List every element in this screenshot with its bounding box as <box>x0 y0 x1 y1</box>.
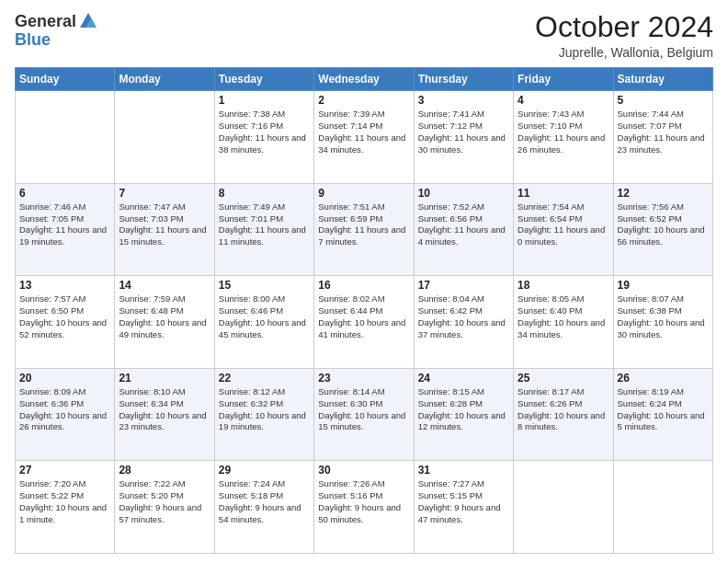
day-number: 6 <box>19 187 110 200</box>
day-number: 1 <box>219 94 310 107</box>
page: General Blue October 2024 Juprelle, Wall… <box>0 0 728 563</box>
table-row <box>514 461 613 554</box>
day-number: 9 <box>318 187 409 200</box>
day-info: Sunrise: 8:07 AM Sunset: 6:38 PM Dayligh… <box>618 293 709 340</box>
table-row: 21Sunrise: 8:10 AM Sunset: 6:34 PM Dayli… <box>115 368 214 461</box>
day-number: 20 <box>19 372 110 385</box>
table-row: 5Sunrise: 7:44 AM Sunset: 7:07 PM Daylig… <box>613 91 712 184</box>
day-number: 28 <box>119 464 210 477</box>
day-info: Sunrise: 7:27 AM Sunset: 5:15 PM Dayligh… <box>418 478 509 525</box>
day-number: 24 <box>418 372 509 385</box>
day-info: Sunrise: 8:05 AM Sunset: 6:40 PM Dayligh… <box>518 293 609 340</box>
day-info: Sunrise: 7:20 AM Sunset: 5:22 PM Dayligh… <box>19 478 110 525</box>
table-row: 7Sunrise: 7:47 AM Sunset: 7:03 PM Daylig… <box>115 183 214 276</box>
day-info: Sunrise: 8:10 AM Sunset: 6:34 PM Dayligh… <box>119 386 210 433</box>
table-row: 23Sunrise: 8:14 AM Sunset: 6:30 PM Dayli… <box>314 368 414 461</box>
day-info: Sunrise: 7:24 AM Sunset: 5:18 PM Dayligh… <box>219 478 310 525</box>
day-number: 21 <box>119 372 210 385</box>
header-sunday: Sunday <box>16 68 115 91</box>
header-monday: Monday <box>115 68 214 91</box>
day-number: 30 <box>318 464 409 477</box>
month-title: October 2024 <box>535 11 713 43</box>
day-number: 7 <box>119 187 210 200</box>
calendar-week-3: 13Sunrise: 7:57 AM Sunset: 6:50 PM Dayli… <box>16 276 713 369</box>
day-number: 22 <box>219 372 310 385</box>
table-row: 1Sunrise: 7:38 AM Sunset: 7:16 PM Daylig… <box>214 91 313 184</box>
day-number: 16 <box>318 279 409 292</box>
table-row: 29Sunrise: 7:24 AM Sunset: 5:18 PM Dayli… <box>214 461 313 554</box>
day-info: Sunrise: 7:39 AM Sunset: 7:14 PM Dayligh… <box>318 109 409 155</box>
header-tuesday: Tuesday <box>214 68 313 91</box>
table-row <box>115 91 214 184</box>
day-number: 8 <box>219 187 310 200</box>
day-number: 29 <box>219 464 310 477</box>
day-info: Sunrise: 7:38 AM Sunset: 7:16 PM Dayligh… <box>219 109 310 155</box>
table-row: 8Sunrise: 7:49 AM Sunset: 7:01 PM Daylig… <box>214 183 313 276</box>
table-row: 11Sunrise: 7:54 AM Sunset: 6:54 PM Dayli… <box>514 183 613 276</box>
day-number: 25 <box>518 372 609 385</box>
day-info: Sunrise: 7:59 AM Sunset: 6:48 PM Dayligh… <box>119 293 210 340</box>
day-number: 26 <box>618 372 709 385</box>
table-row: 19Sunrise: 8:07 AM Sunset: 6:38 PM Dayli… <box>613 276 712 369</box>
day-number: 17 <box>418 279 509 292</box>
header-friday: Friday <box>514 68 613 91</box>
day-info: Sunrise: 7:54 AM Sunset: 6:54 PM Dayligh… <box>518 201 609 248</box>
day-number: 12 <box>618 187 709 200</box>
table-row: 24Sunrise: 8:15 AM Sunset: 6:28 PM Dayli… <box>414 368 513 461</box>
day-info: Sunrise: 8:12 AM Sunset: 6:32 PM Dayligh… <box>219 386 310 433</box>
calendar-week-5: 27Sunrise: 7:20 AM Sunset: 5:22 PM Dayli… <box>16 461 713 554</box>
table-row: 3Sunrise: 7:41 AM Sunset: 7:12 PM Daylig… <box>414 91 513 184</box>
location-title: Juprelle, Wallonia, Belgium <box>535 45 713 60</box>
table-row: 10Sunrise: 7:52 AM Sunset: 6:56 PM Dayli… <box>414 183 513 276</box>
table-row: 30Sunrise: 7:26 AM Sunset: 5:16 PM Dayli… <box>314 461 414 554</box>
day-info: Sunrise: 8:19 AM Sunset: 6:24 PM Dayligh… <box>618 386 709 433</box>
header-wednesday: Wednesday <box>314 68 414 91</box>
table-row: 9Sunrise: 7:51 AM Sunset: 6:59 PM Daylig… <box>314 183 414 276</box>
day-number: 10 <box>418 187 509 200</box>
table-row: 28Sunrise: 7:22 AM Sunset: 5:20 PM Dayli… <box>115 461 214 554</box>
day-number: 27 <box>19 464 110 477</box>
day-info: Sunrise: 8:02 AM Sunset: 6:44 PM Dayligh… <box>318 293 409 340</box>
logo-icon <box>78 11 98 31</box>
calendar-table: Sunday Monday Tuesday Wednesday Thursday… <box>15 67 713 554</box>
table-row: 26Sunrise: 8:19 AM Sunset: 6:24 PM Dayli… <box>613 368 712 461</box>
day-info: Sunrise: 8:15 AM Sunset: 6:28 PM Dayligh… <box>418 386 509 433</box>
day-info: Sunrise: 7:52 AM Sunset: 6:56 PM Dayligh… <box>418 201 509 248</box>
table-row: 22Sunrise: 8:12 AM Sunset: 6:32 PM Dayli… <box>214 368 313 461</box>
logo-general: General <box>15 13 76 29</box>
day-number: 13 <box>19 279 110 292</box>
header-thursday: Thursday <box>414 68 513 91</box>
day-info: Sunrise: 8:14 AM Sunset: 6:30 PM Dayligh… <box>318 386 409 433</box>
table-row: 25Sunrise: 8:17 AM Sunset: 6:26 PM Dayli… <box>514 368 613 461</box>
day-number: 4 <box>518 94 609 107</box>
title-area: October 2024 Juprelle, Wallonia, Belgium <box>535 11 713 60</box>
calendar-header-row: Sunday Monday Tuesday Wednesday Thursday… <box>16 68 713 91</box>
day-number: 18 <box>518 279 609 292</box>
day-info: Sunrise: 8:17 AM Sunset: 6:26 PM Dayligh… <box>518 386 609 433</box>
day-number: 31 <box>418 464 509 477</box>
table-row: 12Sunrise: 7:56 AM Sunset: 6:52 PM Dayli… <box>613 183 712 276</box>
logo: General Blue <box>15 11 98 48</box>
table-row: 15Sunrise: 8:00 AM Sunset: 6:46 PM Dayli… <box>214 276 313 369</box>
table-row <box>613 461 712 554</box>
table-row: 20Sunrise: 8:09 AM Sunset: 6:36 PM Dayli… <box>16 368 115 461</box>
day-number: 19 <box>618 279 709 292</box>
header: General Blue October 2024 Juprelle, Wall… <box>15 11 713 60</box>
day-info: Sunrise: 7:51 AM Sunset: 6:59 PM Dayligh… <box>318 201 409 248</box>
table-row: 14Sunrise: 7:59 AM Sunset: 6:48 PM Dayli… <box>115 276 214 369</box>
day-info: Sunrise: 8:00 AM Sunset: 6:46 PM Dayligh… <box>219 293 310 340</box>
table-row: 2Sunrise: 7:39 AM Sunset: 7:14 PM Daylig… <box>314 91 414 184</box>
day-number: 11 <box>518 187 609 200</box>
table-row: 31Sunrise: 7:27 AM Sunset: 5:15 PM Dayli… <box>414 461 513 554</box>
day-info: Sunrise: 8:09 AM Sunset: 6:36 PM Dayligh… <box>19 386 110 433</box>
day-info: Sunrise: 7:57 AM Sunset: 6:50 PM Dayligh… <box>19 293 110 340</box>
calendar-week-2: 6Sunrise: 7:46 AM Sunset: 7:05 PM Daylig… <box>16 183 713 276</box>
day-info: Sunrise: 7:26 AM Sunset: 5:16 PM Dayligh… <box>318 478 409 525</box>
day-number: 3 <box>418 94 509 107</box>
table-row: 6Sunrise: 7:46 AM Sunset: 7:05 PM Daylig… <box>16 183 115 276</box>
day-info: Sunrise: 7:22 AM Sunset: 5:20 PM Dayligh… <box>119 478 210 525</box>
day-info: Sunrise: 7:43 AM Sunset: 7:10 PM Dayligh… <box>518 109 609 155</box>
day-info: Sunrise: 7:47 AM Sunset: 7:03 PM Dayligh… <box>119 201 210 248</box>
calendar-week-4: 20Sunrise: 8:09 AM Sunset: 6:36 PM Dayli… <box>16 368 713 461</box>
day-info: Sunrise: 7:49 AM Sunset: 7:01 PM Dayligh… <box>219 201 310 248</box>
